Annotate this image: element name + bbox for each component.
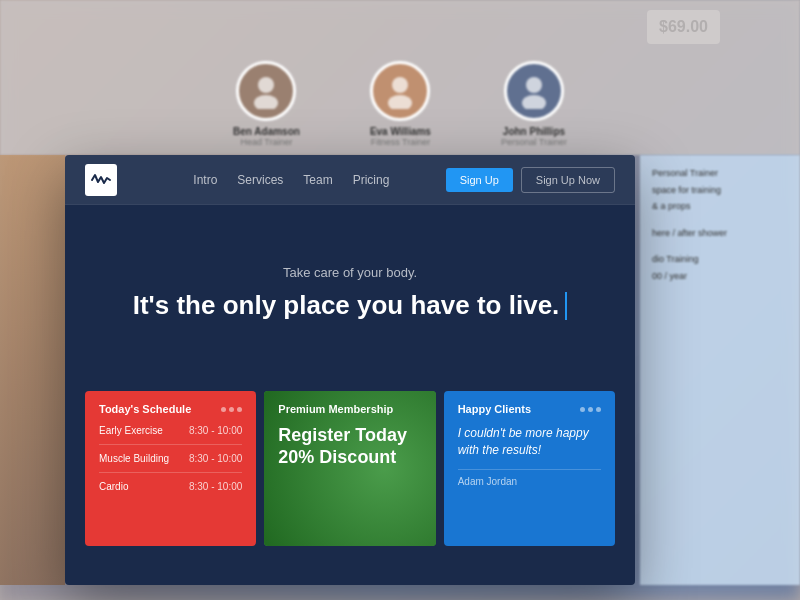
svg-point-4 — [526, 77, 542, 93]
trainer-name-john: John Phillips — [501, 126, 567, 137]
schedule-item-0: Early Exercise 8:30 - 10:00 — [99, 425, 242, 445]
logo — [85, 164, 117, 196]
right-line-4: here / after shower — [652, 227, 788, 240]
nav-team[interactable]: Team — [303, 173, 332, 187]
hero-title-text: It's the only place you have to live. — [133, 290, 560, 321]
svg-point-0 — [258, 77, 274, 93]
trainer-name-ben: Ben Adamson — [233, 126, 300, 137]
cards-row: Today's Schedule Early Exercise 8:30 - 1… — [65, 371, 635, 546]
main-card: Intro Services Team Pricing Sign Up Sign… — [65, 155, 635, 585]
right-line-3: & a props — [652, 200, 788, 213]
trainer-avatar-ben — [236, 61, 296, 121]
happy-card: Happy Clients I couldn't be more happy w… — [444, 391, 615, 546]
trainer-role-ben: Head Trainer — [233, 137, 300, 147]
schedule-time-2: 8:30 - 10:00 — [189, 481, 242, 492]
svg-point-2 — [392, 77, 408, 93]
gym-bg-left — [0, 155, 65, 585]
schedule-time-0: 8:30 - 10:00 — [189, 425, 242, 436]
right-line-5: dio Training — [652, 253, 788, 266]
schedule-card-dots — [221, 407, 242, 412]
happy-quote: I couldn't be more happy with the result… — [458, 425, 601, 459]
dot-2 — [229, 407, 234, 412]
premium-card-label: Premium Membership — [278, 403, 393, 415]
right-line-2: space for training — [652, 184, 788, 197]
signup-now-button[interactable]: Sign Up Now — [521, 167, 615, 193]
trainer-row: Ben Adamson Head Trainer Eva Williams Fi… — [0, 0, 800, 155]
navbar: Intro Services Team Pricing Sign Up Sign… — [65, 155, 635, 205]
dot-1 — [221, 407, 226, 412]
happy-dot-1 — [580, 407, 585, 412]
nav-intro[interactable]: Intro — [193, 173, 217, 187]
trainer-card-ben: Ben Adamson Head Trainer — [233, 61, 300, 147]
premium-card-content: Premium Membership Register Today 20% Di… — [278, 403, 421, 468]
premium-card-title: Register Today 20% Discount — [278, 425, 421, 468]
happy-card-title: Happy Clients — [458, 403, 531, 415]
svg-point-1 — [254, 95, 278, 109]
right-line-6: 00 / year — [652, 270, 788, 283]
trainer-avatar-eva — [370, 61, 430, 121]
top-blurred-section: Ben Adamson Head Trainer Eva Williams Fi… — [0, 0, 800, 155]
hero-subtitle: Take care of your body. — [105, 265, 595, 280]
schedule-card-header: Today's Schedule — [99, 403, 242, 415]
schedule-item-2: Cardio 8:30 - 10:00 — [99, 481, 242, 500]
trainer-card-eva: Eva Williams Fitness Trainer — [370, 61, 431, 147]
trainer-card-john: John Phillips Personal Trainer — [501, 61, 567, 147]
trainer-role-eva: Fitness Trainer — [370, 137, 431, 147]
premium-title-line1: Register Today — [278, 425, 421, 447]
happy-dot-2 — [588, 407, 593, 412]
svg-point-5 — [522, 95, 546, 109]
text-cursor — [565, 292, 567, 320]
schedule-name-0: Early Exercise — [99, 425, 163, 436]
schedule-time-1: 8:30 - 10:00 — [189, 453, 242, 464]
nav-links: Intro Services Team Pricing — [137, 173, 446, 187]
schedule-card-title: Today's Schedule — [99, 403, 191, 415]
schedule-name-1: Muscle Building — [99, 453, 169, 464]
premium-card-header: Premium Membership — [278, 403, 421, 415]
trainer-role-john: Personal Trainer — [501, 137, 567, 147]
premium-title-line2: 20% Discount — [278, 447, 421, 469]
right-line-1: Personal Trainer — [652, 167, 788, 180]
trainer-name-eva: Eva Williams — [370, 126, 431, 137]
hero-title: It's the only place you have to live. — [105, 290, 595, 321]
happy-author: Adam Jordan — [458, 469, 601, 487]
happy-card-dots — [580, 407, 601, 412]
nav-buttons: Sign Up Sign Up Now — [446, 167, 615, 193]
happy-card-header: Happy Clients — [458, 403, 601, 415]
right-info-panel: Personal Trainer space for training & a … — [640, 155, 800, 585]
nav-pricing[interactable]: Pricing — [353, 173, 390, 187]
hero-section: Take care of your body. It's the only pl… — [65, 205, 635, 351]
happy-dot-3 — [596, 407, 601, 412]
schedule-card: Today's Schedule Early Exercise 8:30 - 1… — [85, 391, 256, 546]
nav-services[interactable]: Services — [237, 173, 283, 187]
trainer-avatar-john — [504, 61, 564, 121]
schedule-item-1: Muscle Building 8:30 - 10:00 — [99, 453, 242, 473]
dot-3 — [237, 407, 242, 412]
signup-button[interactable]: Sign Up — [446, 168, 513, 192]
premium-card: Premium Membership Register Today 20% Di… — [264, 391, 435, 546]
svg-point-3 — [388, 95, 412, 109]
schedule-name-2: Cardio — [99, 481, 128, 492]
